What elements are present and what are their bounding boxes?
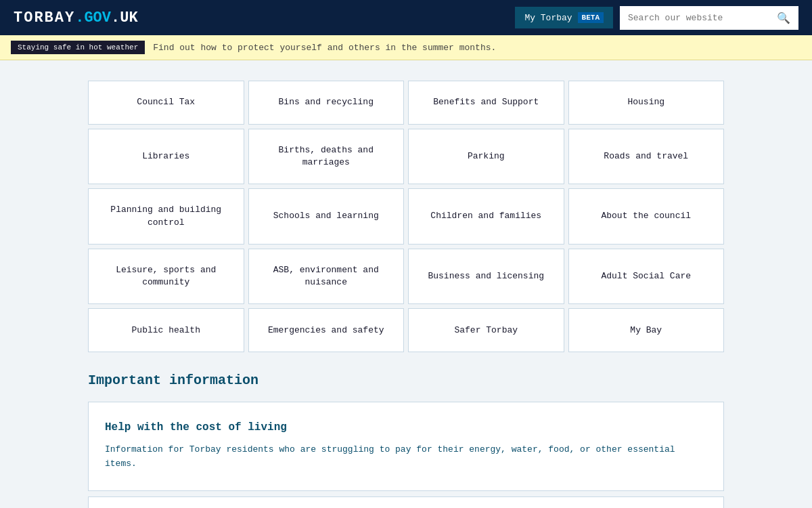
logo-torbay: TORBAY [14,9,75,26]
info-cards: Help with the cost of livingInformation … [88,402,724,508]
alert-bar: Staying safe in hot weather Find out how… [0,35,812,60]
alert-message: Find out how to protect yourself and oth… [153,43,496,53]
logo[interactable]: TORBAY.GOV.UK [14,9,138,26]
grid-item[interactable]: Roads and travel [568,129,725,184]
header-actions: My Torbay BETA 🔍 [515,6,798,30]
main-content: Council TaxBins and recyclingBenefits an… [74,60,738,508]
info-card-body: Information for Torbay residents who are… [105,443,707,471]
important-section: Important information Help with the cost… [88,373,724,508]
info-card: Rough SleepingFind out what to do if you… [88,496,724,508]
logo-uk: .UK [111,9,138,26]
info-card: Help with the cost of livingInformation … [88,402,724,491]
grid-item[interactable]: Safer Torbay [408,308,564,352]
site-header: TORBAY.GOV.UK My Torbay BETA 🔍 [0,0,812,35]
grid-item[interactable]: Children and families [408,188,564,244]
grid-item[interactable]: About the council [568,188,725,244]
grid-item[interactable]: Births, deaths and marriages [248,129,405,184]
logo-gov: .GOV [75,9,111,26]
important-title: Important information [88,373,724,388]
search-input[interactable] [620,7,769,28]
grid-item[interactable]: Bins and recycling [248,81,405,125]
services-grid: Council TaxBins and recyclingBenefits an… [88,81,724,352]
search-button[interactable]: 🔍 [769,6,798,30]
grid-item[interactable]: Libraries [88,129,244,184]
grid-item[interactable]: Council Tax [88,81,244,125]
grid-item[interactable]: Benefits and Support [408,81,564,125]
grid-item[interactable]: My Bay [568,308,725,352]
grid-item[interactable]: Leisure, sports and community [88,249,244,304]
search-form: 🔍 [620,6,798,30]
grid-item[interactable]: Schools and learning [248,188,405,244]
grid-item[interactable]: Business and licensing [408,249,564,304]
search-icon: 🔍 [777,12,790,24]
grid-item[interactable]: ASB, environment and nuisance [248,249,405,304]
alert-badge[interactable]: Staying safe in hot weather [11,41,145,54]
my-torbay-button[interactable]: My Torbay BETA [515,7,613,28]
grid-item[interactable]: Planning and building control [88,188,244,244]
grid-item[interactable]: Public health [88,308,244,352]
my-torbay-label: My Torbay [524,13,572,23]
info-card-title[interactable]: Help with the cost of living [105,421,707,433]
grid-item[interactable]: Housing [568,81,725,125]
grid-item[interactable]: Emergencies and safety [248,308,405,352]
beta-badge: BETA [578,12,604,23]
grid-item[interactable]: Parking [408,129,564,184]
grid-item[interactable]: Adult Social Care [568,249,725,304]
